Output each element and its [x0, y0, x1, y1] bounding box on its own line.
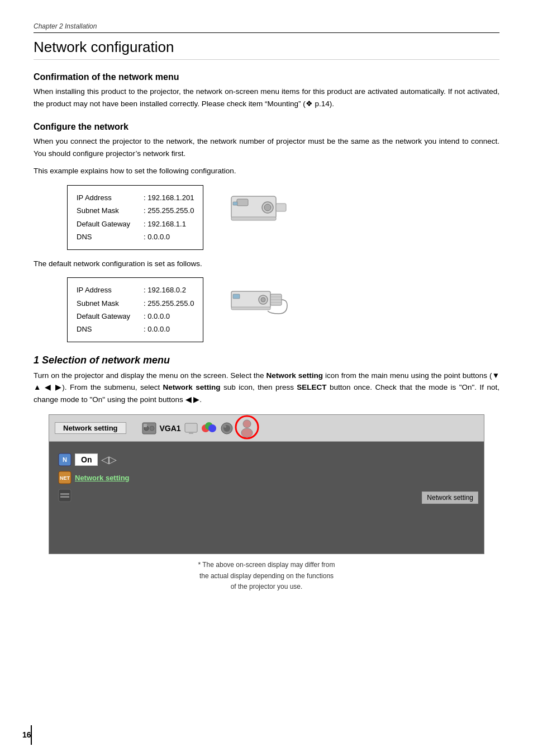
page-left-bar: [31, 725, 32, 745]
page-title: Network configuration: [34, 39, 499, 60]
table1-label-2: Default Gateway: [77, 218, 144, 230]
network-icon: N: [58, 453, 72, 466]
projector-image-1: [226, 185, 293, 230]
svg-rect-21: [189, 432, 193, 434]
screen-network-row: NET Network setting: [58, 471, 475, 484]
config-row-1: IP Address : 192.168.1.201 Subnet Mask :…: [67, 185, 499, 250]
screen-right-label: Network setting: [422, 492, 478, 504]
table2-value-3: : 0.0.0.0: [144, 323, 170, 336]
configure-body2: This example explains how to set the fol…: [34, 165, 499, 177]
red-circle-highlight: [235, 415, 259, 440]
page-divider: [34, 32, 499, 33]
svg-rect-4: [276, 204, 286, 211]
config-table-2: IP Address : 192.168.0.2 Subnet Mask : 2…: [67, 277, 203, 342]
table1-row-0: IP Address : 192.168.1.201: [77, 191, 194, 204]
menu-icon-group: [142, 422, 156, 434]
table2-row-1: Subnet Mask : 255.255.255.0: [77, 297, 194, 310]
page-number: 16: [22, 730, 31, 739]
screen-third-row: [58, 489, 475, 502]
svg-text:NET: NET: [60, 475, 70, 481]
svg-rect-19: [144, 424, 147, 427]
third-icon: [58, 489, 72, 502]
svg-rect-20: [185, 423, 197, 432]
table2-row-3: DNS : 0.0.0.0: [77, 323, 194, 336]
svg-rect-37: [60, 496, 69, 498]
selection-body: Turn on the projector and display the me…: [34, 370, 499, 406]
svg-rect-36: [60, 493, 69, 495]
network-sub-icon: NET: [58, 471, 72, 484]
svg-point-18: [150, 426, 154, 431]
table1-row-2: Default Gateway : 192.168.1.1: [77, 218, 194, 230]
table2-value-0: : 192.168.0.2: [144, 284, 186, 296]
svg-text:N: N: [63, 456, 67, 463]
table1-value-0: : 192.168.1.201: [144, 191, 194, 204]
table1-row-3: DNS : 0.0.0.0: [77, 230, 194, 243]
svg-point-27: [224, 426, 226, 428]
svg-point-24: [208, 424, 216, 432]
color-icon: [201, 422, 217, 435]
configure-heading: Configure the network: [34, 122, 499, 132]
highlighted-icon-container: [237, 417, 257, 439]
screen-tab: Network setting: [55, 422, 126, 434]
on-text-box: On: [75, 453, 98, 466]
table1-value-2: : 192.168.1.1: [144, 218, 186, 230]
table2-row-0: IP Address : 192.168.0.2: [77, 284, 194, 296]
svg-rect-35: [59, 489, 71, 502]
network-setting-label: Network setting: [75, 474, 130, 482]
table2-label-1: Subnet Mask: [77, 297, 144, 310]
svg-rect-5: [233, 202, 237, 205]
svg-rect-6: [231, 217, 276, 220]
screen-source-label: VGA1: [160, 424, 181, 433]
table2-label-0: IP Address: [77, 284, 144, 296]
svg-point-9: [261, 297, 265, 302]
screen-body: N On ◁▷ NET Network setting: [49, 442, 484, 554]
network-setting-bold-2: Network setting: [163, 383, 221, 391]
display-icon: [184, 422, 198, 435]
confirmation-section: Confirmation of the network menu When in…: [34, 72, 499, 110]
svg-point-3: [264, 204, 271, 211]
table1-label-3: DNS: [77, 230, 144, 243]
screen-icons-area: VGA1: [142, 417, 257, 439]
screen-menu-area: N On ◁▷ NET Network setting: [58, 453, 475, 502]
screen-footnote: * The above on-screen display may differ…: [34, 560, 499, 592]
select-bold: SELECT: [297, 383, 326, 391]
default-label: The default network configuration is set…: [34, 258, 499, 270]
config-table-1: IP Address : 192.168.1.201 Subnet Mask :…: [67, 185, 203, 250]
configure-section: Configure the network When you connect t…: [34, 122, 499, 342]
configure-body1: When you connect the projector to the ne…: [34, 135, 499, 159]
screen-display: Network setting VGA1: [49, 414, 484, 554]
lens-icon: [220, 422, 234, 435]
table2-label-2: Default Gateway: [77, 310, 144, 323]
svg-point-30: [236, 416, 258, 438]
projector-image-2: [226, 277, 293, 322]
svg-rect-15: [231, 307, 270, 310]
table1-value-3: : 0.0.0.0: [144, 230, 170, 243]
selection-heading: 1 1 Selection of network menuSelection o…: [34, 355, 499, 366]
table2-value-2: : 0.0.0.0: [144, 310, 170, 323]
screen-top-bar: Network setting VGA1: [49, 415, 484, 442]
table2-label-3: DNS: [77, 323, 144, 336]
confirmation-body: When installing this product to the proj…: [34, 86, 499, 110]
svg-rect-14: [233, 294, 240, 299]
network-setting-bold-1: Network setting: [266, 371, 323, 380]
selection-section: 1 1 Selection of network menuSelection o…: [34, 355, 499, 592]
arrow-left-right-icon: ◁▷: [101, 453, 117, 466]
config-row-2: IP Address : 192.168.0.2 Subnet Mask : 2…: [67, 277, 499, 342]
selection-number: 1: [34, 355, 42, 366]
table2-value-1: : 255.255.255.0: [144, 297, 194, 310]
table1-value-1: : 255.255.255.0: [144, 204, 194, 217]
screen-on-row: N On ◁▷: [58, 453, 475, 466]
table1-label-0: IP Address: [77, 191, 144, 204]
table1-row-1: Subnet Mask : 255.255.255.0: [77, 204, 194, 217]
confirmation-heading: Confirmation of the network menu: [34, 72, 499, 82]
table1-label-1: Subnet Mask: [77, 204, 144, 217]
svg-rect-1: [237, 199, 248, 206]
chapter-label: Chapter 2 Installation: [34, 22, 499, 30]
table2-row-2: Default Gateway : 0.0.0.0: [77, 310, 194, 323]
